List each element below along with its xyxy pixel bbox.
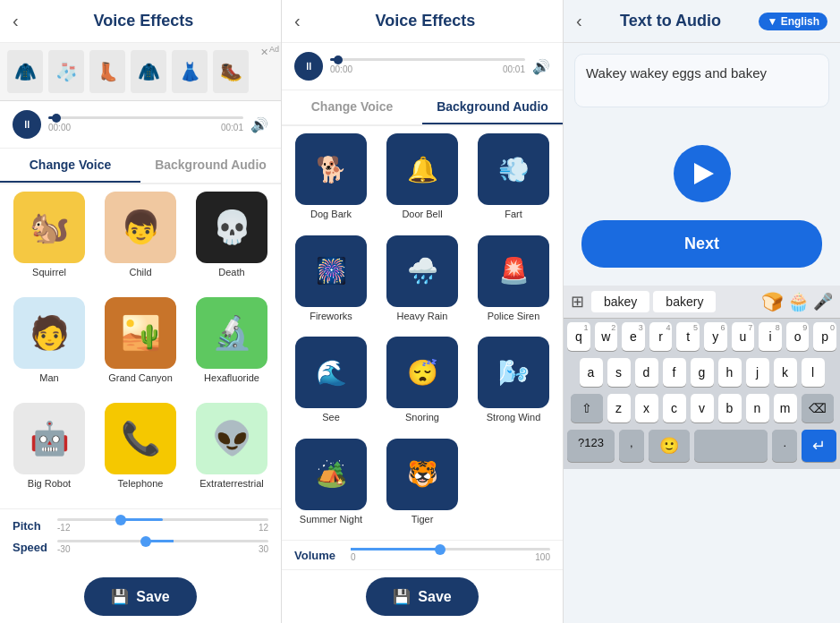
- key-r[interactable]: r4: [649, 322, 673, 351]
- shift-key[interactable]: ⇧: [571, 394, 603, 422]
- enter-key[interactable]: ↵: [802, 430, 836, 462]
- voice-man[interactable]: 🧑 Man: [7, 297, 91, 396]
- voice-thumb-telephone: 📞: [105, 403, 176, 474]
- tab-change-voice-1[interactable]: Change Voice: [0, 149, 140, 183]
- key-v[interactable]: v: [691, 394, 714, 422]
- voice-grid-1: 🐿️ Squirrel 👦 Child 💀 Death 🧑 Man 🏜️ Gra…: [0, 184, 281, 508]
- backspace-key[interactable]: ⌫: [802, 394, 834, 422]
- voice-hexafluoride[interactable]: 🔬 Hexafluoride: [190, 297, 274, 396]
- voice-label-telephone: Telephone: [118, 478, 164, 489]
- period-key[interactable]: .: [772, 430, 797, 462]
- keyboard-row-2: a s d f g h j k l: [564, 354, 840, 390]
- bg-see[interactable]: 🌊 See: [289, 337, 373, 431]
- key-c[interactable]: c: [663, 394, 686, 422]
- key-d[interactable]: d: [635, 358, 658, 387]
- voice-big-robot[interactable]: 🤖 Big Robot: [7, 403, 91, 501]
- pause-button-2[interactable]: ⏸: [294, 52, 323, 81]
- key-e[interactable]: e3: [622, 322, 645, 351]
- bg-door-bell[interactable]: 🔔 Door Bell: [380, 133, 464, 228]
- key-h[interactable]: h: [718, 358, 742, 387]
- key-b[interactable]: b: [718, 394, 742, 422]
- play-button-3[interactable]: [674, 145, 731, 202]
- pitch-slider[interactable]: -12 12: [57, 518, 268, 533]
- key-s[interactable]: s: [607, 358, 631, 387]
- key-m[interactable]: m: [774, 394, 797, 422]
- suggestion-bakey[interactable]: bakey: [591, 291, 649, 312]
- mic-icon[interactable]: 🎤: [813, 292, 833, 312]
- bg-thumb-fart: 💨: [478, 133, 549, 205]
- tab-change-voice-2[interactable]: Change Voice: [282, 90, 422, 124]
- ad-close-1[interactable]: ✕: [260, 47, 268, 58]
- bg-label-door-bell: Door Bell: [402, 209, 442, 219]
- comma-key[interactable]: ,: [619, 430, 644, 462]
- back-button-3[interactable]: ‹: [576, 11, 582, 31]
- key-n[interactable]: n: [746, 394, 769, 422]
- bg-fart[interactable]: 💨 Fart: [471, 133, 556, 228]
- progress-bar-1[interactable]: 00:00 00:01: [48, 116, 243, 132]
- voice-thumb-extraterrestrial: 👽: [196, 403, 267, 474]
- key-w[interactable]: w2: [595, 322, 618, 351]
- bg-tiger[interactable]: 🐯 Tiger: [380, 439, 464, 533]
- tab-background-audio-1[interactable]: Background Audio: [140, 149, 281, 183]
- back-button-1[interactable]: ‹: [13, 11, 19, 31]
- num-key[interactable]: ?123: [567, 430, 615, 462]
- speed-slider[interactable]: -30 30: [57, 540, 268, 554]
- key-g[interactable]: g: [691, 358, 714, 387]
- key-x[interactable]: x: [635, 394, 658, 422]
- save-button-1[interactable]: 💾 Save: [84, 577, 196, 616]
- text-input-area[interactable]: Wakey wakey eggs and bakey: [574, 54, 829, 107]
- suggestion-bakery[interactable]: bakery: [653, 291, 716, 312]
- voice-extraterrestrial[interactable]: 👽 Extraterrestrial: [190, 403, 274, 501]
- key-j[interactable]: j: [746, 358, 769, 387]
- tab-background-audio-2[interactable]: Background Audio: [422, 90, 563, 124]
- key-t[interactable]: t5: [676, 322, 700, 351]
- volume-icon-1[interactable]: 🔊: [250, 116, 268, 133]
- bg-thumb-snoring: 😴: [386, 337, 458, 408]
- space-key[interactable]: [694, 430, 768, 462]
- english-badge[interactable]: ▼ English: [759, 13, 827, 30]
- progress-bar-2[interactable]: 00:00 00:01: [330, 58, 525, 74]
- key-k[interactable]: k: [774, 358, 797, 387]
- bg-dog-bark[interactable]: 🐕 Dog Bark: [289, 133, 373, 228]
- key-z[interactable]: z: [607, 394, 631, 422]
- key-i[interactable]: i8: [759, 322, 782, 351]
- pause-button-1[interactable]: ⏸: [13, 110, 41, 139]
- key-y[interactable]: y6: [704, 322, 727, 351]
- volume-slider[interactable]: 0 100: [351, 548, 550, 562]
- audio-player-1: ⏸ 00:00 00:01 🔊: [0, 101, 281, 149]
- voice-child[interactable]: 👦 Child: [98, 192, 182, 290]
- volume-icon-2[interactable]: 🔊: [532, 58, 550, 75]
- voice-death[interactable]: 💀 Death: [190, 192, 274, 290]
- key-o[interactable]: o9: [786, 322, 810, 351]
- pitch-max: 12: [259, 523, 268, 533]
- keyboard-row-1: q1 w2 e3 r4 t5 y6 u7 i8 o9 p0: [564, 319, 840, 354]
- key-q[interactable]: q1: [567, 322, 590, 351]
- next-button[interactable]: Next: [581, 220, 822, 268]
- bg-thumb-summer-night: 🏕️: [295, 439, 367, 510]
- key-f[interactable]: f: [663, 358, 686, 387]
- keyboard-bottom-row: ?123 , 🙂 . ↵: [564, 426, 840, 469]
- save-button-2[interactable]: 💾 Save: [366, 577, 478, 616]
- back-button-2[interactable]: ‹: [294, 11, 301, 31]
- bg-snoring[interactable]: 😴 Snoring: [380, 337, 464, 431]
- bg-summer-night[interactable]: 🏕️ Summer Night: [289, 439, 373, 533]
- voice-squirrel[interactable]: 🐿️ Squirrel: [7, 192, 91, 290]
- bg-heavy-rain[interactable]: 🌧️ Heavy Rain: [380, 235, 464, 330]
- key-l[interactable]: l: [802, 358, 825, 387]
- play-center: [564, 118, 840, 220]
- pitch-row: Pitch -12 12: [13, 518, 268, 533]
- bg-thumb-tiger: 🐯: [386, 439, 458, 510]
- bg-strong-wind[interactable]: 🌬️ Strong Wind: [471, 337, 556, 431]
- key-p[interactable]: p0: [813, 322, 836, 351]
- header-1: ‹ Voice Effects: [0, 0, 281, 43]
- voice-grand-canyon[interactable]: 🏜️ Grand Canyon: [98, 297, 182, 396]
- emoji-key[interactable]: 🙂: [649, 430, 690, 462]
- bg-police-siren[interactable]: 🚨 Police Siren: [471, 235, 556, 330]
- header-2: ‹ Voice Effects: [282, 0, 563, 43]
- voice-telephone[interactable]: 📞 Telephone: [98, 403, 182, 501]
- key-a[interactable]: a: [580, 358, 603, 387]
- bg-fireworks[interactable]: 🎆 Fireworks: [289, 235, 373, 330]
- grid-icon: ⊞: [571, 292, 584, 312]
- panel-voice-effects-2: ‹ Voice Effects ⏸ 00:00 00:01 🔊 Change V…: [282, 0, 564, 623]
- key-u[interactable]: u7: [732, 322, 755, 351]
